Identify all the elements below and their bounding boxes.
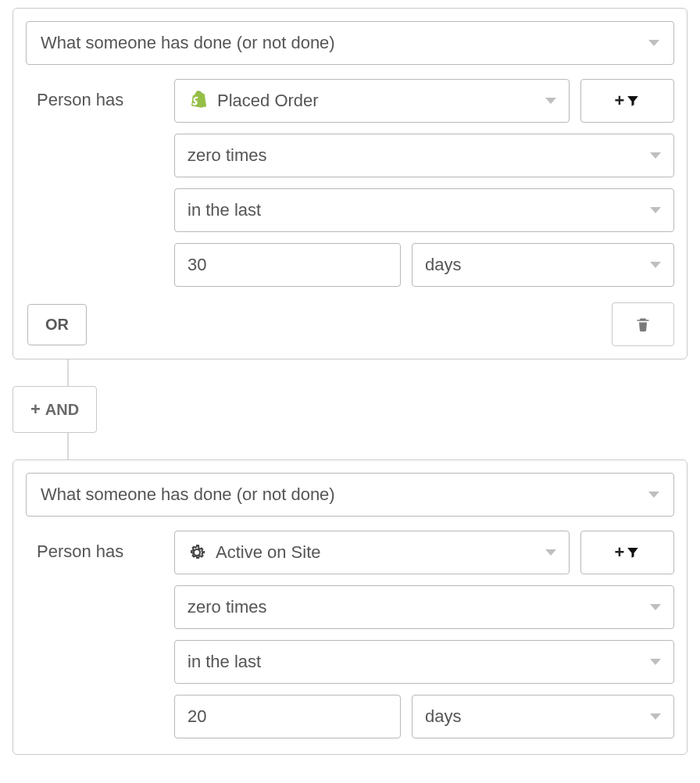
amount-value: 20 [188,706,206,727]
condition-fields: Placed Order + zero times in the last [174,79,674,287]
timeframe-label: in the last [188,200,261,220]
activity-label: Placed Order [217,91,319,111]
trash-icon [635,316,651,333]
timeframe-select[interactable]: in the last [174,188,674,232]
amount-input[interactable]: 20 [174,695,401,738]
frequency-label: zero times [188,597,266,617]
frequency-select[interactable]: zero times [174,134,674,177]
chevron-down-icon [648,492,659,498]
card-footer: OR [26,302,674,346]
condition-row: Person has Active on Site + [26,531,674,738]
condition-type-label: What someone has done (or not done) [41,484,335,505]
plus-icon: + [615,542,625,563]
chevron-down-icon [650,604,661,610]
filter-icon [626,545,640,560]
condition-type-select[interactable]: What someone has done (or not done) [26,473,674,517]
chevron-down-icon [650,659,661,665]
connector-line [67,433,69,459]
activity-label: Active on Site [216,542,321,563]
activity-select[interactable]: Placed Order [174,79,570,123]
filter-icon [626,94,640,108]
condition-row: Person has Placed Order + [26,79,674,287]
unit-label: days [425,706,461,727]
add-filter-button[interactable]: + [580,79,674,123]
person-has-label: Person has [26,79,174,110]
rule-card-2: What someone has done (or not done) Pers… [12,459,688,755]
chevron-down-icon [545,549,556,556]
chevron-down-icon [648,40,659,46]
or-button[interactable]: OR [27,304,87,345]
amount-value: 30 [188,255,206,275]
frequency-select[interactable]: zero times [174,585,674,629]
condition-type-select[interactable]: What someone has done (or not done) [26,21,674,65]
amount-input[interactable]: 30 [174,243,401,287]
chevron-down-icon [650,713,661,720]
add-filter-button[interactable]: + [580,531,674,574]
timeframe-select[interactable]: in the last [174,640,674,684]
chevron-down-icon [650,262,661,268]
gear-icon [188,543,206,562]
chevron-down-icon [650,152,661,159]
timeframe-label: in the last [188,652,261,672]
unit-select[interactable]: days [412,243,674,287]
unit-label: days [425,255,461,275]
activity-select[interactable]: Active on Site [174,531,570,574]
connector-line [67,359,69,386]
chevron-down-icon [650,207,661,213]
unit-select[interactable]: days [412,695,674,738]
rule-card-1: What someone has done (or not done) Pers… [12,8,688,359]
shopify-icon [188,90,208,112]
chevron-down-icon [545,98,556,104]
plus-icon: + [615,91,625,111]
frequency-label: zero times [188,145,266,166]
plus-icon: + [30,399,41,420]
delete-button[interactable] [612,302,674,346]
condition-type-label: What someone has done (or not done) [41,33,335,53]
and-label: AND [45,401,79,419]
person-has-label: Person has [26,531,174,562]
and-button[interactable]: + AND [12,386,97,433]
condition-fields: Active on Site + zero times in the last [174,531,674,738]
